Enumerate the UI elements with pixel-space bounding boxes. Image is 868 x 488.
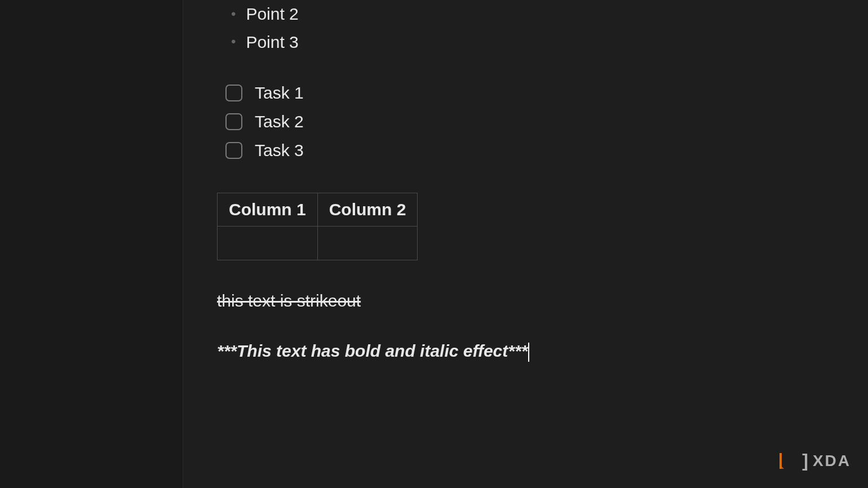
task-item[interactable]: Task 3 <box>225 136 834 165</box>
watermark-brand-text: XDA <box>813 452 851 470</box>
table-header-cell[interactable]: Column 1 <box>218 193 318 227</box>
data-table[interactable]: Column 1 Column 2 <box>217 193 418 260</box>
text-cursor-icon <box>528 343 529 362</box>
task-item[interactable]: Task 2 <box>225 107 834 136</box>
table-row <box>218 227 418 260</box>
task-text: Task 2 <box>255 107 304 136</box>
sidebar-panel <box>0 0 183 488</box>
watermark-logo: ] XDA <box>777 450 851 471</box>
table-header-row: Column 1 Column 2 <box>218 193 418 227</box>
bracket-right-icon: ] <box>802 450 808 471</box>
table-container: Column 1 Column 2 <box>217 193 834 260</box>
task-text: Task 3 <box>255 136 304 165</box>
table-cell[interactable] <box>218 227 318 260</box>
bullet-marker-icon: • <box>231 30 236 53</box>
checkbox-unchecked-icon[interactable] <box>225 85 242 101</box>
bullet-marker-icon: • <box>231 3 236 25</box>
strikethrough-paragraph[interactable]: this text is strikeout <box>217 291 834 310</box>
bullet-text: Point 3 <box>246 28 298 56</box>
task-item[interactable]: Task 1 <box>225 78 834 107</box>
xda-bracket-icon <box>777 451 798 471</box>
task-list: Task 1 Task 2 Task 3 <box>217 78 834 165</box>
editor-content-area[interactable]: • Point 2 • Point 3 Task 1 Task 2 Task 3… <box>183 0 868 488</box>
bold-italic-paragraph[interactable]: ***This text has bold and italic effect*… <box>217 341 529 362</box>
bullet-item[interactable]: • Point 3 <box>231 28 834 56</box>
checkbox-unchecked-icon[interactable] <box>225 142 242 159</box>
task-text: Task 1 <box>255 78 304 107</box>
checkbox-unchecked-icon[interactable] <box>225 113 242 130</box>
bullet-text: Point 2 <box>246 0 298 28</box>
bold-italic-content: ***This text has bold and italic effect*… <box>217 341 528 360</box>
table-cell[interactable] <box>317 227 418 260</box>
bullet-item[interactable]: • Point 2 <box>231 0 834 28</box>
table-header-cell[interactable]: Column 2 <box>317 193 418 227</box>
bullet-list: • Point 2 • Point 3 <box>217 0 834 56</box>
strikethrough-content: this text is strikeout <box>217 291 361 310</box>
